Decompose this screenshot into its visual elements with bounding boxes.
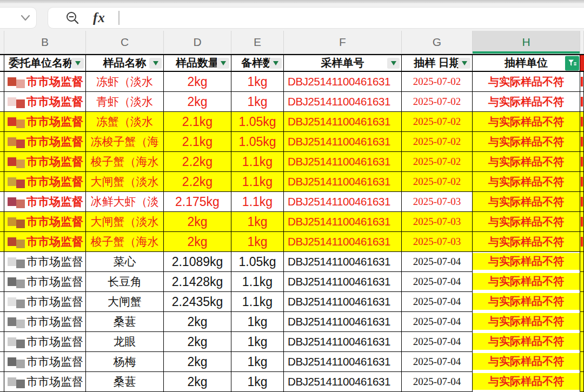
cell-C7[interactable]: 冰鲜大虾（淡 — [86, 192, 164, 212]
cell-G3[interactable]: 2025-07-02 — [402, 112, 473, 132]
cell-H2[interactable]: 与实际样品不符 — [473, 92, 580, 112]
cell-E8[interactable]: 1kg — [231, 212, 284, 232]
cell-E10[interactable]: 1.05kg — [231, 252, 284, 272]
cell-B4[interactable]: 市市场监督 — [4, 132, 86, 152]
cell-C12[interactable]: 大闸蟹 — [86, 292, 164, 312]
col-letter-G[interactable]: G — [402, 31, 473, 54]
header-cell-E[interactable]: 备样数 — [231, 54, 284, 72]
cell-B14[interactable]: 市市场监督 — [4, 332, 86, 352]
col-letter-D[interactable]: D — [164, 31, 231, 54]
cell-F3[interactable]: DBJ25141100461631 — [284, 112, 402, 132]
filter-dropdown-icon[interactable] — [149, 58, 162, 69]
cell-G4[interactable]: 2025-07-02 — [402, 132, 473, 152]
cell-B10[interactable]: 市市场监督 — [4, 252, 86, 272]
cell-E7[interactable]: 1.1kg — [231, 192, 284, 212]
cell-I4[interactable] — [580, 132, 584, 152]
cell-H14[interactable]: 与实际样品不符 — [473, 332, 580, 352]
cell-B16[interactable]: 市市场监督 — [4, 372, 86, 392]
cell-F14[interactable]: DBJ25141100461631 — [284, 332, 402, 352]
cell-D5[interactable]: 2.2kg — [164, 152, 231, 172]
cell-A16[interactable] — [0, 372, 4, 392]
cell-A1[interactable] — [0, 72, 4, 92]
name-box[interactable] — [0, 7, 37, 29]
cell-G9[interactable]: 2025-07-03 — [402, 232, 473, 252]
filter-dropdown-icon[interactable] — [387, 58, 400, 69]
formula-input-caret[interactable] — [118, 11, 120, 25]
cell-G8[interactable]: 2025-07-03 — [402, 212, 473, 232]
cell-H11[interactable]: 与实际样品不符 — [473, 272, 580, 292]
cell-H15[interactable]: 与实际样品不符 — [473, 352, 580, 372]
cell-I6[interactable] — [580, 172, 584, 192]
cell-F1[interactable]: DBJ25141100461631 — [284, 72, 402, 92]
zoom-search-icon[interactable] — [65, 11, 80, 25]
filter-active-icon[interactable] — [565, 56, 579, 70]
cell-I12[interactable] — [580, 292, 584, 312]
cell-G1[interactable]: 2025-07-02 — [402, 72, 473, 92]
cell-E16[interactable]: 1kg — [231, 372, 284, 392]
cell-A7[interactable] — [0, 192, 4, 212]
cell-A10[interactable] — [0, 252, 4, 272]
cell-D15[interactable]: 2kg — [164, 352, 231, 372]
cell-H9[interactable]: 与实际样品不符 — [473, 232, 580, 252]
cell-D4[interactable]: 2.1kg — [164, 132, 231, 152]
col-letter-H[interactable]: H — [473, 31, 580, 54]
cell-D11[interactable]: 2.1428kg — [164, 272, 231, 292]
cell-I10[interactable] — [580, 252, 584, 272]
cell-D1[interactable]: 2kg — [164, 72, 231, 92]
cell-C11[interactable]: 长豆角 — [86, 272, 164, 292]
cell-G12[interactable]: 2025-07-04 — [402, 292, 473, 312]
cell-C5[interactable]: 梭子蟹（海水 — [86, 152, 164, 172]
cell-E12[interactable]: 1.1kg — [231, 292, 284, 312]
cell-A2[interactable] — [0, 92, 4, 112]
cell-I11[interactable] — [580, 272, 584, 292]
cell-G2[interactable]: 2025-07-02 — [402, 92, 473, 112]
cell-B3[interactable]: 市市场监督 — [4, 112, 86, 132]
cell-I9[interactable] — [580, 232, 584, 252]
col-letter-B[interactable]: B — [4, 31, 86, 54]
cell-H6[interactable]: 与实际样品不符 — [473, 172, 580, 192]
col-letter-C[interactable]: C — [86, 31, 164, 54]
cell-E11[interactable]: 1.1kg — [231, 272, 284, 292]
cell-D3[interactable]: 2.1kg — [164, 112, 231, 132]
cell-D9[interactable]: 2kg — [164, 232, 231, 252]
cell-G16[interactable]: 2025-07-04 — [402, 372, 473, 392]
cell-D8[interactable]: 2kg — [164, 212, 231, 232]
cell-I1[interactable] — [580, 72, 584, 92]
cell-A14[interactable] — [0, 332, 4, 352]
cell-F10[interactable]: DBJ25141100461631 — [284, 252, 402, 272]
cell-F4[interactable]: DBJ25141100461631 — [284, 132, 402, 152]
cell-H1[interactable]: 与实际样品不符 — [473, 72, 580, 92]
cell-A9[interactable] — [0, 232, 4, 252]
cell-D14[interactable]: 2kg — [164, 332, 231, 352]
cell-B13[interactable]: 市市场监督 — [4, 312, 86, 332]
cell-D10[interactable]: 2.1089kg — [164, 252, 231, 272]
cell-G5[interactable]: 2025-07-02 — [402, 152, 473, 172]
cell-A6[interactable] — [0, 172, 4, 192]
cell-H3[interactable]: 与实际样品不符 — [473, 112, 580, 132]
header-cell-G[interactable]: 抽样 日期 — [402, 54, 473, 72]
filter-dropdown-icon[interactable] — [71, 58, 84, 69]
cell-F5[interactable]: DBJ25141100461631 — [284, 152, 402, 172]
cell-B8[interactable]: 市市场监督 — [4, 212, 86, 232]
cell-I2[interactable] — [580, 92, 584, 112]
cell-B11[interactable]: 市市场监督 — [4, 272, 86, 292]
header-cell-i-sliver[interactable] — [580, 54, 584, 72]
cell-A3[interactable] — [0, 112, 4, 132]
cell-E14[interactable]: 1kg — [231, 332, 284, 352]
cell-E1[interactable]: 1kg — [231, 72, 284, 92]
filter-dropdown-icon[interactable] — [217, 58, 229, 69]
cell-C6[interactable]: 大闸蟹（淡水 — [86, 172, 164, 192]
cell-E2[interactable]: 1kg — [231, 92, 284, 112]
cell-H12[interactable]: 与实际样品不符 — [473, 292, 580, 312]
cell-C1[interactable]: 冻虾（淡水 — [86, 72, 164, 92]
header-cell-C[interactable]: 样品名称 — [86, 54, 164, 72]
cell-C9[interactable]: 梭子蟹（海水 — [86, 232, 164, 252]
cell-D16[interactable]: 2kg — [164, 372, 231, 392]
cell-G15[interactable]: 2025-07-04 — [402, 352, 473, 372]
cell-B6[interactable]: 市市场监督 — [4, 172, 86, 192]
cell-F15[interactable]: DBJ25141100461631 — [284, 352, 402, 372]
cell-G10[interactable]: 2025-07-04 — [402, 252, 473, 272]
cell-H8[interactable]: 与实际样品不符 — [473, 212, 580, 232]
cell-F16[interactable]: DBJ25141100461631 — [284, 372, 402, 392]
cell-G13[interactable]: 2025-07-04 — [402, 312, 473, 332]
